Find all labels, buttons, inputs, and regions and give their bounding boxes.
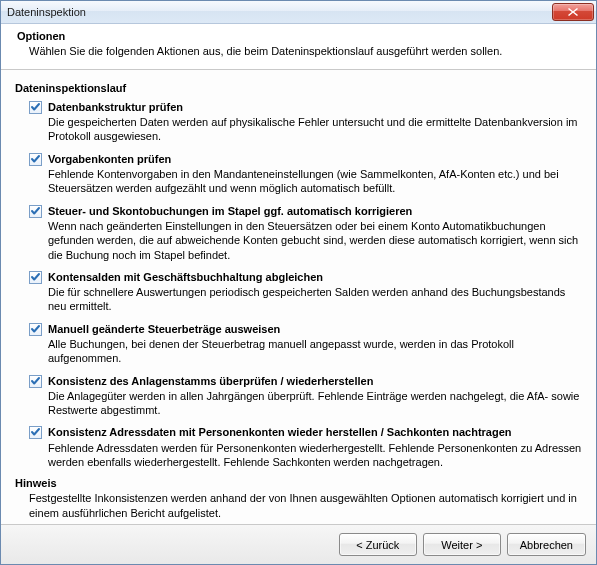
option-row: Konsistenz des Anlagenstamms überprüfen …: [29, 374, 582, 388]
option-description: Alle Buchungen, bei denen der Steuerbetr…: [48, 337, 582, 366]
option-label: Steuer- und Skontobuchungen im Stapel gg…: [48, 204, 412, 218]
option-item: Konsistenz des Anlagenstamms überprüfen …: [29, 374, 582, 418]
option-label: Datenbankstruktur prüfen: [48, 100, 183, 114]
hint-label: Hinweis: [15, 477, 582, 489]
option-description: Die für schnellere Auswertungen periodis…: [48, 285, 582, 314]
option-label: Vorgabenkonten prüfen: [48, 152, 171, 166]
option-checkbox[interactable]: [29, 426, 42, 439]
next-button[interactable]: Weiter >: [423, 533, 501, 556]
options-list: Datenbankstruktur prüfenDie gespeicherte…: [15, 100, 582, 470]
option-item: Konsistenz Adressdaten mit Personenkonte…: [29, 425, 582, 469]
hint-block: Hinweis Festgestellte Inkonsistenzen wer…: [15, 477, 582, 520]
option-row: Manuell geänderte Steuerbeträge ausweise…: [29, 322, 582, 336]
option-description: Fehlende Kontenvorgaben in den Mandanten…: [48, 167, 582, 196]
hint-description: Festgestellte Inkonsistenzen werden anha…: [29, 491, 582, 520]
option-item: Datenbankstruktur prüfenDie gespeicherte…: [29, 100, 582, 144]
option-item: Manuell geänderte Steuerbeträge ausweise…: [29, 322, 582, 366]
window-title: Dateninspektion: [7, 6, 552, 18]
option-checkbox[interactable]: [29, 153, 42, 166]
option-checkbox[interactable]: [29, 271, 42, 284]
option-row: Steuer- und Skontobuchungen im Stapel gg…: [29, 204, 582, 218]
titlebar: Dateninspektion: [1, 1, 596, 24]
option-label: Manuell geänderte Steuerbeträge ausweise…: [48, 322, 280, 336]
option-checkbox[interactable]: [29, 101, 42, 114]
option-checkbox[interactable]: [29, 375, 42, 388]
dialog-window: Dateninspektion Optionen Wählen Sie die …: [0, 0, 597, 565]
option-label: Kontensalden mit Geschäftsbuchhaltung ab…: [48, 270, 323, 284]
option-item: Vorgabenkonten prüfenFehlende Kontenvorg…: [29, 152, 582, 196]
option-description: Die gespeicherten Daten werden auf physi…: [48, 115, 582, 144]
header-title: Optionen: [17, 30, 584, 42]
header-description: Wählen Sie die folgenden Aktionen aus, d…: [17, 44, 584, 59]
option-label: Konsistenz des Anlagenstamms überprüfen …: [48, 374, 373, 388]
option-checkbox[interactable]: [29, 323, 42, 336]
option-row: Kontensalden mit Geschäftsbuchhaltung ab…: [29, 270, 582, 284]
header-panel: Optionen Wählen Sie die folgenden Aktion…: [1, 24, 596, 70]
option-description: Die Anlagegüter werden in allen Jahrgäng…: [48, 389, 582, 418]
cancel-button[interactable]: Abbrechen: [507, 533, 586, 556]
footer: < Zurück Weiter > Abbrechen: [1, 524, 596, 564]
close-icon: [568, 8, 578, 16]
option-item: Kontensalden mit Geschäftsbuchhaltung ab…: [29, 270, 582, 314]
back-button[interactable]: < Zurück: [339, 533, 417, 556]
option-description: Fehlende Adressdaten werden für Personen…: [48, 441, 582, 470]
option-row: Vorgabenkonten prüfen: [29, 152, 582, 166]
option-label: Konsistenz Adressdaten mit Personenkonte…: [48, 425, 512, 439]
close-button[interactable]: [552, 3, 594, 21]
option-row: Datenbankstruktur prüfen: [29, 100, 582, 114]
option-checkbox[interactable]: [29, 205, 42, 218]
section-title: Dateninspektionslauf: [15, 82, 582, 94]
option-item: Steuer- und Skontobuchungen im Stapel gg…: [29, 204, 582, 262]
body-panel: Dateninspektionslauf Datenbankstruktur p…: [1, 70, 596, 524]
option-description: Wenn nach geänderten Einstellungen in de…: [48, 219, 582, 262]
option-row: Konsistenz Adressdaten mit Personenkonte…: [29, 425, 582, 439]
